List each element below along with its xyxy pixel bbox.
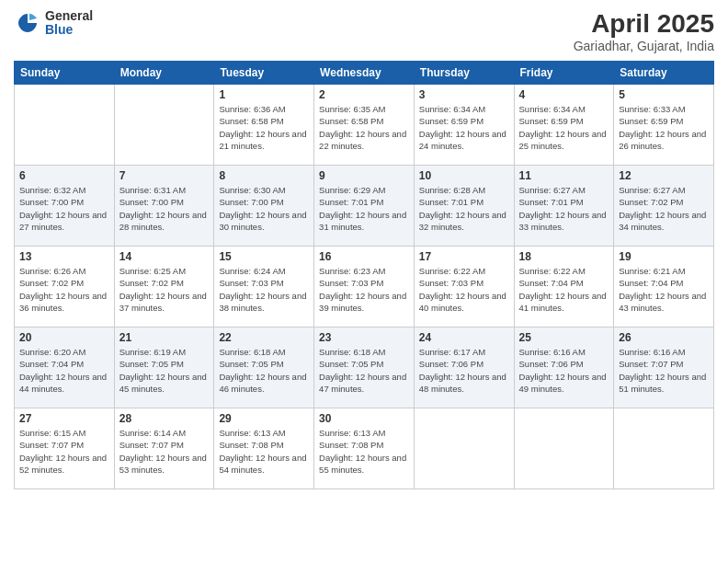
day-info: Sunrise: 6:27 AM Sunset: 7:02 PM Dayligh…: [619, 184, 709, 233]
day-info: Sunrise: 6:21 AM Sunset: 7:04 PM Dayligh…: [619, 265, 709, 314]
table-row: 27Sunrise: 6:15 AM Sunset: 7:07 PM Dayli…: [15, 408, 115, 489]
day-number: 13: [19, 250, 109, 263]
day-info: Sunrise: 6:18 AM Sunset: 7:05 PM Dayligh…: [219, 346, 309, 395]
table-row: 28Sunrise: 6:14 AM Sunset: 7:07 PM Dayli…: [114, 408, 214, 489]
table-row: 24Sunrise: 6:17 AM Sunset: 7:06 PM Dayli…: [414, 327, 514, 408]
day-number: 21: [119, 331, 210, 344]
day-info: Sunrise: 6:16 AM Sunset: 7:07 PM Dayligh…: [619, 346, 709, 395]
table-row: 8Sunrise: 6:30 AM Sunset: 7:00 PM Daylig…: [214, 166, 314, 247]
table-row: 29Sunrise: 6:13 AM Sunset: 7:08 PM Dayli…: [214, 408, 314, 489]
page-header: General Blue April 2025 Gariadhar, Gujar…: [14, 9, 714, 53]
day-number: 26: [619, 331, 709, 344]
table-row: [614, 408, 714, 489]
table-row: [15, 85, 115, 166]
table-row: 25Sunrise: 6:16 AM Sunset: 7:06 PM Dayli…: [514, 327, 614, 408]
day-info: Sunrise: 6:23 AM Sunset: 7:03 PM Dayligh…: [319, 265, 409, 314]
day-number: 15: [219, 250, 309, 263]
calendar-row: 20Sunrise: 6:20 AM Sunset: 7:04 PM Dayli…: [15, 327, 714, 408]
table-row: 9Sunrise: 6:29 AM Sunset: 7:01 PM Daylig…: [314, 166, 415, 247]
logo-icon: [14, 9, 41, 37]
table-row: 21Sunrise: 6:19 AM Sunset: 7:05 PM Dayli…: [114, 327, 214, 408]
day-number: 10: [419, 169, 509, 182]
day-info: Sunrise: 6:28 AM Sunset: 7:01 PM Dayligh…: [419, 184, 509, 233]
table-row: 10Sunrise: 6:28 AM Sunset: 7:01 PM Dayli…: [414, 166, 514, 247]
day-number: 29: [219, 412, 309, 425]
table-row: [114, 85, 214, 166]
title-block: April 2025 Gariadhar, Gujarat, India: [574, 9, 714, 53]
table-row: 12Sunrise: 6:27 AM Sunset: 7:02 PM Dayli…: [614, 166, 714, 247]
day-number: 27: [19, 412, 109, 425]
day-info: Sunrise: 6:36 AM Sunset: 6:58 PM Dayligh…: [219, 103, 309, 152]
day-number: 3: [419, 88, 509, 101]
table-row: 26Sunrise: 6:16 AM Sunset: 7:07 PM Dayli…: [614, 327, 714, 408]
day-number: 8: [219, 169, 309, 182]
table-row: 11Sunrise: 6:27 AM Sunset: 7:01 PM Dayli…: [514, 166, 614, 247]
day-number: 9: [319, 169, 409, 182]
day-number: 12: [619, 169, 709, 182]
day-info: Sunrise: 6:32 AM Sunset: 7:00 PM Dayligh…: [19, 184, 109, 233]
month-title: April 2025: [574, 9, 714, 39]
day-info: Sunrise: 6:34 AM Sunset: 6:59 PM Dayligh…: [419, 103, 509, 152]
table-row: 15Sunrise: 6:24 AM Sunset: 7:03 PM Dayli…: [214, 247, 314, 327]
table-row: 18Sunrise: 6:22 AM Sunset: 7:04 PM Dayli…: [514, 247, 614, 327]
table-row: 2Sunrise: 6:35 AM Sunset: 6:58 PM Daylig…: [314, 85, 415, 166]
logo-general: General: [45, 9, 93, 23]
day-number: 4: [519, 88, 609, 101]
day-info: Sunrise: 6:31 AM Sunset: 7:00 PM Dayligh…: [119, 184, 210, 233]
calendar-row: 13Sunrise: 6:26 AM Sunset: 7:02 PM Dayli…: [15, 247, 714, 327]
calendar-row: 27Sunrise: 6:15 AM Sunset: 7:07 PM Dayli…: [15, 408, 714, 489]
table-row: 16Sunrise: 6:23 AM Sunset: 7:03 PM Dayli…: [314, 247, 415, 327]
day-info: Sunrise: 6:24 AM Sunset: 7:03 PM Dayligh…: [219, 265, 309, 314]
day-info: Sunrise: 6:15 AM Sunset: 7:07 PM Dayligh…: [19, 427, 109, 476]
col-tuesday: Tuesday: [214, 62, 314, 85]
col-wednesday: Wednesday: [314, 62, 415, 85]
day-number: 25: [519, 331, 609, 344]
table-row: 20Sunrise: 6:20 AM Sunset: 7:04 PM Dayli…: [15, 327, 115, 408]
col-friday: Friday: [514, 62, 614, 85]
day-info: Sunrise: 6:22 AM Sunset: 7:03 PM Dayligh…: [419, 265, 509, 314]
table-row: 7Sunrise: 6:31 AM Sunset: 7:00 PM Daylig…: [114, 166, 214, 247]
day-number: 30: [319, 412, 409, 425]
day-number: 23: [319, 331, 409, 344]
table-row: 22Sunrise: 6:18 AM Sunset: 7:05 PM Dayli…: [214, 327, 314, 408]
day-number: 7: [119, 169, 210, 182]
day-number: 22: [219, 331, 309, 344]
day-info: Sunrise: 6:35 AM Sunset: 6:58 PM Dayligh…: [319, 103, 409, 152]
day-number: 16: [319, 250, 409, 263]
day-number: 14: [119, 250, 210, 263]
table-row: 19Sunrise: 6:21 AM Sunset: 7:04 PM Dayli…: [614, 247, 714, 327]
table-row: [514, 408, 614, 489]
table-row: 3Sunrise: 6:34 AM Sunset: 6:59 PM Daylig…: [414, 85, 514, 166]
day-number: 20: [19, 331, 109, 344]
day-info: Sunrise: 6:16 AM Sunset: 7:06 PM Dayligh…: [519, 346, 609, 395]
day-info: Sunrise: 6:25 AM Sunset: 7:02 PM Dayligh…: [119, 265, 210, 314]
day-number: 6: [19, 169, 109, 182]
logo: General Blue: [14, 9, 93, 38]
calendar-table: Sunday Monday Tuesday Wednesday Thursday…: [14, 61, 714, 489]
col-sunday: Sunday: [15, 62, 115, 85]
logo-blue: Blue: [45, 23, 93, 37]
table-row: 13Sunrise: 6:26 AM Sunset: 7:02 PM Dayli…: [15, 247, 115, 327]
table-row: 4Sunrise: 6:34 AM Sunset: 6:59 PM Daylig…: [514, 85, 614, 166]
day-number: 17: [419, 250, 509, 263]
day-info: Sunrise: 6:17 AM Sunset: 7:06 PM Dayligh…: [419, 346, 509, 395]
table-row: 1Sunrise: 6:36 AM Sunset: 6:58 PM Daylig…: [214, 85, 314, 166]
day-info: Sunrise: 6:13 AM Sunset: 7:08 PM Dayligh…: [219, 427, 309, 476]
header-row: Sunday Monday Tuesday Wednesday Thursday…: [15, 62, 714, 85]
col-monday: Monday: [114, 62, 214, 85]
location: Gariadhar, Gujarat, India: [574, 39, 714, 53]
day-number: 2: [319, 88, 409, 101]
day-info: Sunrise: 6:20 AM Sunset: 7:04 PM Dayligh…: [19, 346, 109, 395]
day-info: Sunrise: 6:19 AM Sunset: 7:05 PM Dayligh…: [119, 346, 210, 395]
day-info: Sunrise: 6:27 AM Sunset: 7:01 PM Dayligh…: [519, 184, 609, 233]
calendar-row: 6Sunrise: 6:32 AM Sunset: 7:00 PM Daylig…: [15, 166, 714, 247]
table-row: 14Sunrise: 6:25 AM Sunset: 7:02 PM Dayli…: [114, 247, 214, 327]
table-row: 17Sunrise: 6:22 AM Sunset: 7:03 PM Dayli…: [414, 247, 514, 327]
day-info: Sunrise: 6:22 AM Sunset: 7:04 PM Dayligh…: [519, 265, 609, 314]
day-info: Sunrise: 6:34 AM Sunset: 6:59 PM Dayligh…: [519, 103, 609, 152]
day-info: Sunrise: 6:14 AM Sunset: 7:07 PM Dayligh…: [119, 427, 210, 476]
day-info: Sunrise: 6:18 AM Sunset: 7:05 PM Dayligh…: [319, 346, 409, 395]
table-row: 6Sunrise: 6:32 AM Sunset: 7:00 PM Daylig…: [15, 166, 115, 247]
day-number: 28: [119, 412, 210, 425]
day-number: 24: [419, 331, 509, 344]
